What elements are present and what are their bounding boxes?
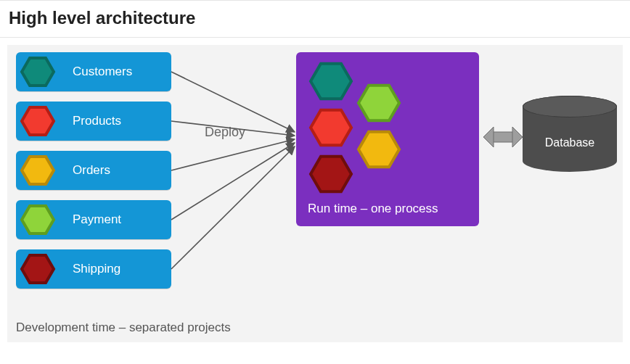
module-label: Customers: [73, 65, 132, 79]
deploy-label: Deploy: [205, 125, 245, 140]
module-payment: Payment: [16, 200, 171, 239]
svg-rect-5: [492, 132, 514, 142]
svg-line-4: [171, 146, 295, 269]
architecture-diagram: Customers Products Orders Payment Shippi…: [7, 45, 623, 342]
bidirectional-arrow-icon: [483, 127, 523, 147]
module-label: Payment: [73, 212, 121, 227]
runtime-caption: Run time – one process: [308, 202, 438, 216]
module-orders: Orders: [16, 151, 171, 190]
module-label: Orders: [73, 163, 110, 178]
module-label: Shipping: [73, 262, 120, 276]
module-label: Products: [73, 114, 121, 128]
page-title: High level architecture: [9, 8, 630, 28]
deploy-arrows: [171, 72, 295, 269]
runtime-process-box: Run time – one process: [296, 52, 479, 226]
svg-line-2: [171, 139, 295, 170]
module-products: Products: [16, 102, 171, 141]
svg-line-3: [171, 143, 295, 220]
module-shipping: Shipping: [16, 249, 171, 289]
module-customers: Customers: [16, 52, 171, 91]
dev-time-caption: Development time – separated projects: [16, 320, 231, 335]
database-icon: Database: [523, 96, 617, 183]
svg-line-0: [171, 72, 295, 132]
database-label: Database: [523, 136, 617, 149]
